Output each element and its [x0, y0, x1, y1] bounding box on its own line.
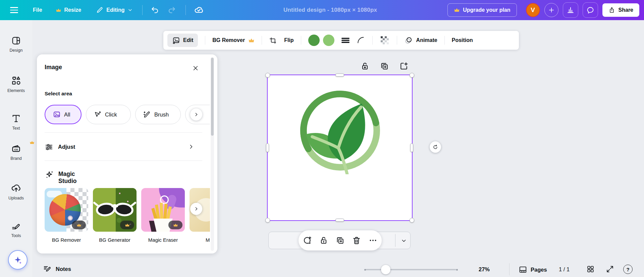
add-page-icon[interactable]: [399, 61, 409, 71]
select-area-option-all[interactable]: All: [45, 105, 82, 124]
duplicate-icon[interactable]: [380, 61, 389, 71]
sidebar-item-brand[interactable]: co Brand: [0, 143, 32, 161]
comments-button[interactable]: [583, 2, 598, 18]
card-label-magic-eraser[interactable]: Magic Eraser: [141, 237, 185, 243]
magic-studio-card-magic-eraser[interactable]: [141, 188, 185, 232]
select-area-option-label: Click: [105, 111, 117, 118]
select-area-option-click[interactable]: Click: [86, 105, 131, 124]
notes-button[interactable]: Notes: [43, 265, 71, 273]
grid-view-icon[interactable]: [586, 265, 595, 273]
magic-studio-card-bg-generator[interactable]: [93, 188, 137, 232]
sidebar-item-uploads[interactable]: Uploads: [0, 183, 32, 200]
leaf-logo-image[interactable]: [297, 87, 384, 174]
select-area-next-button[interactable]: [190, 108, 202, 121]
sidebar-item-label: Uploads: [8, 196, 24, 200]
canvas-page[interactable]: [268, 75, 412, 220]
share-label: Share: [619, 7, 633, 13]
zoom-percent[interactable]: 27%: [479, 266, 490, 273]
share-button[interactable]: Share: [602, 3, 639, 17]
toolbar-divider: [397, 36, 397, 45]
canva-editor: File Resize Editing: [0, 0, 644, 277]
sidebar-item-design[interactable]: Design: [0, 36, 32, 53]
selection-handle-top-right[interactable]: [410, 73, 414, 78]
select-area-label: Select area: [45, 91, 72, 97]
page-indicator: 1 / 1: [559, 266, 570, 273]
sidebar-item-tools[interactable]: Tools: [0, 221, 32, 238]
crown-icon: [454, 7, 460, 13]
transparency-icon[interactable]: [380, 35, 390, 45]
duplicate-icon[interactable]: [335, 236, 345, 245]
edit-tab[interactable]: Edit: [167, 34, 198, 47]
object-action-icons: [360, 61, 409, 71]
selection-handle-bottom-right[interactable]: [410, 218, 414, 223]
file-menu-button[interactable]: File: [33, 7, 42, 13]
toolbar-divider: [205, 36, 205, 45]
magic-studio-card-bg-remover[interactable]: [45, 188, 88, 232]
insights-button[interactable]: [563, 2, 578, 18]
magic-studio-label: Magic Studio: [58, 171, 76, 185]
object-panel-rail: Design Elements Text co: [0, 20, 32, 277]
resize-button[interactable]: Resize: [56, 7, 82, 13]
fill-color-swatch-dark[interactable]: [308, 35, 320, 46]
selection-handle-top-left[interactable]: [265, 73, 270, 78]
delete-icon[interactable]: [352, 236, 361, 245]
sidebar-item-elements[interactable]: Elements: [0, 75, 32, 93]
panel-divider: [45, 132, 202, 133]
toolbar-divider: [444, 36, 445, 45]
editing-mode-button[interactable]: Editing: [96, 6, 133, 14]
menu-icon[interactable]: [10, 5, 20, 15]
crop-icon[interactable]: [269, 37, 277, 44]
zoom-slider-thumb[interactable]: [381, 265, 390, 274]
animate-button[interactable]: Animate: [404, 36, 437, 45]
selection-handle-bottom[interactable]: [335, 219, 344, 222]
animate-label: Animate: [416, 37, 437, 43]
pages-button[interactable]: Pages: [519, 265, 547, 274]
add-design-button[interactable]: [544, 3, 558, 17]
help-button[interactable]: ?: [623, 265, 633, 274]
flip-button[interactable]: Flip: [284, 37, 293, 43]
comment-add-icon[interactable]: [303, 236, 312, 245]
avatar[interactable]: V: [526, 3, 540, 17]
unlock-icon[interactable]: [360, 61, 370, 71]
corner-rounding-icon[interactable]: [357, 36, 365, 45]
selection-handle-bottom-left[interactable]: [265, 218, 270, 223]
pages-label: Pages: [531, 267, 547, 273]
selection-handle-right[interactable]: [410, 143, 413, 152]
card-label-partial[interactable]: M: [190, 237, 210, 243]
document-title[interactable]: Untitled design - 1080px × 1080px: [283, 7, 377, 13]
card-label-bg-generator[interactable]: BG Generator: [93, 237, 137, 243]
magic-studio-next-button[interactable]: [190, 203, 202, 215]
card-label-bg-remover[interactable]: BG Remover: [45, 237, 88, 243]
select-area-option-brush[interactable]: Brush: [135, 105, 181, 124]
sidebar-item-label: Design: [10, 48, 23, 53]
lock-icon[interactable]: [319, 236, 328, 245]
sidebar-item-text[interactable]: Text: [0, 113, 32, 131]
fill-color-swatch-light[interactable]: [323, 35, 334, 46]
crown-icon: [30, 140, 35, 145]
upgrade-plan-label: Upgrade your plan: [463, 7, 510, 13]
undo-icon[interactable]: [151, 6, 159, 14]
fullscreen-icon[interactable]: [606, 265, 614, 273]
chevron-right-icon: [188, 143, 195, 150]
selection-handle-top[interactable]: [335, 74, 344, 77]
top-bar-divider: [185, 5, 186, 15]
position-button[interactable]: Position: [452, 37, 473, 43]
close-icon[interactable]: [191, 63, 200, 73]
panel-scrollbar-thumb[interactable]: [211, 58, 214, 136]
status-bar: Notes 27% Pages 1 / 1 ?: [0, 259, 644, 277]
zoom-slider-track[interactable]: [366, 269, 456, 270]
stroke-weight-icon[interactable]: [340, 36, 351, 45]
pen-icon: [96, 6, 103, 14]
chevron-down-icon[interactable]: [399, 236, 409, 245]
selection-handle-left[interactable]: [266, 143, 269, 152]
bg-remover-button[interactable]: BG Remover: [212, 37, 255, 44]
upgrade-plan-button[interactable]: Upgrade your plan: [447, 3, 517, 17]
adjust-row[interactable]: Adjust: [37, 135, 210, 159]
sidebar-item-label: Brand: [10, 156, 21, 161]
more-options-icon[interactable]: [368, 236, 378, 245]
image-icon: [53, 110, 61, 119]
toolbar-divider: [262, 36, 262, 45]
rotate-handle[interactable]: [430, 141, 441, 153]
redo-icon[interactable]: [167, 6, 176, 14]
top-bar: File Resize Editing: [0, 0, 644, 20]
